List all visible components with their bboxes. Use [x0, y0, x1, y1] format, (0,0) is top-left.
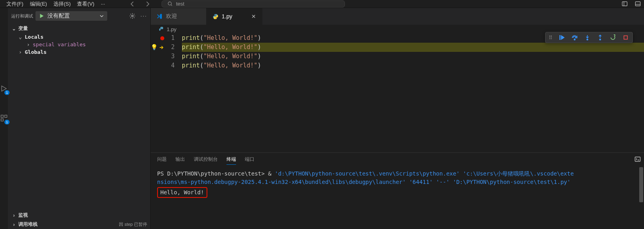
- line-number: 3: [165, 52, 175, 61]
- line-numbers: 1 2 3 4: [165, 34, 182, 152]
- menu-file[interactable]: 文件(F): [3, 0, 27, 9]
- svg-rect-5: [1, 119, 4, 121]
- code-lines: print("Hello, World!") print("Hello, Wor…: [182, 34, 644, 152]
- svg-rect-1: [622, 2, 627, 6]
- svg-rect-3: [1, 115, 4, 118]
- scope-globals[interactable]: › Globals: [8, 48, 150, 56]
- section-variables-label: 变量: [18, 25, 28, 32]
- python-icon: [159, 26, 164, 32]
- svg-point-9: [587, 39, 588, 40]
- panel-tab-ports[interactable]: 端口: [245, 156, 254, 165]
- chevron-right-icon: ›: [18, 49, 23, 55]
- activity-run-debug-icon[interactable]: 1: [0, 84, 8, 93]
- section-callstack[interactable]: › 调用堆栈 因 step 已暂停: [8, 220, 150, 229]
- tab-file-label: 1.py: [222, 13, 232, 20]
- special-variables-label: special variables: [33, 41, 86, 47]
- more-icon[interactable]: ···: [140, 13, 147, 19]
- close-icon[interactable]: [251, 14, 256, 19]
- layout-toggle-bottom-icon[interactable]: [635, 1, 641, 7]
- terminal-command-1: 'd:\PYTHON\python-source\test\.venv\Scri…: [275, 170, 574, 177]
- scope-locals-label: Locals: [25, 34, 43, 40]
- terminal-command-2: nsions\ms-python.debugpy-2025.4.1-win32-…: [157, 178, 638, 186]
- command-center-search[interactable]: test: [161, 0, 345, 8]
- chevron-down-icon: ⌄: [18, 34, 23, 40]
- step-into-icon[interactable]: [584, 34, 591, 41]
- chevron-right-icon: ›: [11, 222, 17, 227]
- terminal-output-highlight: Hello, World!: [157, 187, 207, 198]
- code-editor[interactable]: 💡 1 2 3 4 print("Hello, World!"): [151, 34, 644, 152]
- scope-globals-label: Globals: [25, 49, 47, 55]
- line-number: 1: [165, 34, 175, 43]
- menu-edit[interactable]: 编辑(E): [27, 0, 50, 9]
- activity-badge-1: 1: [4, 90, 10, 95]
- bottom-panel: 问题 输出 调试控制台 终端 端口 PS D:\PYTHON\python-so…: [151, 152, 644, 229]
- grip-icon[interactable]: ⠿: [549, 35, 553, 41]
- breadcrumb-file: 1.py: [167, 26, 177, 32]
- search-placeholder: test: [176, 1, 184, 7]
- step-over-icon[interactable]: [571, 34, 578, 41]
- panel-terminal-icon[interactable]: [634, 156, 641, 162]
- code-line[interactable]: print("Hello, World!"): [182, 61, 644, 70]
- nav-forward-icon[interactable]: [144, 0, 151, 8]
- code-line[interactable]: print("Hello, World!"): [182, 52, 644, 61]
- python-icon: [212, 13, 219, 20]
- stop-icon[interactable]: [622, 34, 629, 41]
- section-watch[interactable]: › 监视: [8, 211, 150, 220]
- debug-toolbar[interactable]: ⠿: [545, 32, 633, 43]
- svg-point-8: [574, 39, 575, 40]
- run-debug-panel: 运行和调试 没有配置 ···: [8, 8, 151, 229]
- chevron-right-icon: ›: [11, 213, 17, 218]
- section-watch-label: 监视: [18, 212, 28, 219]
- activity-badge-2: 1: [4, 120, 10, 124]
- line-number: 2: [165, 43, 175, 52]
- tab-welcome-label: 欢迎: [166, 13, 177, 20]
- activity-extensions-icon[interactable]: 1: [0, 113, 8, 123]
- panel-tab-problems[interactable]: 问题: [157, 156, 167, 165]
- chevron-right-icon: ›: [26, 41, 31, 47]
- run-debug-header: 运行和调试 没有配置 ···: [8, 8, 150, 24]
- menu-select[interactable]: 选择(S): [50, 0, 74, 9]
- tab-file-1py[interactable]: 1.py: [207, 8, 262, 25]
- gear-icon[interactable]: [129, 13, 136, 19]
- panel-tab-debugconsole[interactable]: 调试控制台: [194, 156, 218, 165]
- debug-config-select[interactable]: 没有配置: [35, 11, 107, 21]
- menu-more[interactable]: ···: [101, 1, 105, 7]
- svg-rect-7: [559, 35, 561, 40]
- special-variables-node[interactable]: › special variables: [8, 41, 150, 48]
- step-out-icon[interactable]: [597, 34, 604, 41]
- current-line-arrow-icon: [159, 45, 164, 50]
- search-icon: [167, 1, 173, 6]
- terminal-prompt: PS D:\PYTHON\python-source\test>: [157, 170, 265, 177]
- paused-status-label: 因 step 已暂停: [119, 221, 147, 227]
- scope-locals[interactable]: ⌄ Locals: [8, 33, 150, 41]
- variables-tree: ⌄ Locals › special variables › Globals: [8, 33, 150, 56]
- breakpoint-icon[interactable]: [160, 36, 164, 40]
- panel-tab-terminal[interactable]: 终端: [226, 156, 236, 165]
- terminal[interactable]: PS D:\PYTHON\python-source\test> & 'd:\P…: [151, 167, 644, 229]
- svg-rect-2: [635, 2, 640, 6]
- debug-config-label: 没有配置: [47, 12, 70, 20]
- svg-rect-11: [624, 36, 628, 39]
- panel-tabs: 问题 输出 调试控制台 终端 端口: [151, 153, 644, 167]
- svg-point-10: [600, 39, 601, 40]
- panel-tab-output[interactable]: 输出: [175, 156, 185, 165]
- terminal-scrollbar[interactable]: [639, 167, 643, 229]
- chevron-down-icon: ⌄: [11, 26, 17, 32]
- vscode-icon: [156, 13, 163, 20]
- line-number: 4: [165, 61, 175, 70]
- tab-welcome[interactable]: 欢迎: [151, 8, 207, 25]
- menu-view[interactable]: 查看(V): [74, 0, 97, 9]
- layout-toggle-left-icon[interactable]: [622, 1, 628, 7]
- section-variables[interactable]: ⌄ 变量: [8, 24, 150, 33]
- svg-point-6: [132, 15, 133, 17]
- nav-back-icon[interactable]: [129, 0, 136, 8]
- continue-icon[interactable]: [558, 34, 565, 41]
- gutter-marks: 💡: [151, 34, 165, 152]
- svg-rect-4: [5, 115, 7, 118]
- start-debug-icon[interactable]: [39, 13, 44, 19]
- code-line-current[interactable]: print("Hello, World!"): [182, 43, 644, 52]
- menubar: 文件(F) 编辑(E) 选择(S) 查看(V) ··· test: [0, 0, 644, 8]
- lightbulb-icon[interactable]: 💡: [151, 43, 158, 52]
- run-debug-title: 运行和调试: [11, 13, 33, 19]
- restart-icon[interactable]: [609, 34, 616, 41]
